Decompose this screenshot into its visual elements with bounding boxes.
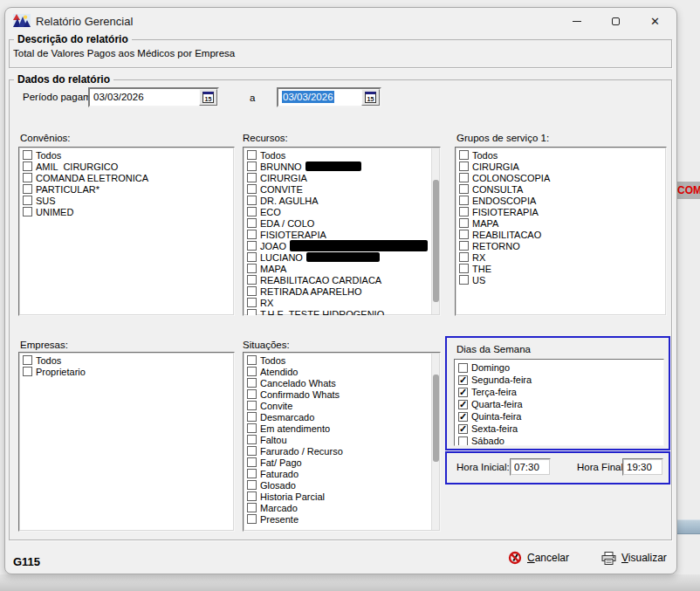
date-to-value[interactable]: 03/03/2026 (278, 89, 361, 106)
list-item[interactable]: Todos (245, 149, 429, 161)
checkbox[interactable] (247, 173, 257, 182)
checkbox[interactable] (247, 423, 257, 433)
list-item[interactable]: RETIRADA APARELHO (245, 285, 429, 297)
checkbox[interactable] (23, 161, 32, 171)
minimize-button[interactable] (557, 8, 596, 34)
checkbox[interactable] (23, 196, 32, 205)
checkbox[interactable] (247, 230, 257, 239)
checkbox[interactable] (458, 400, 468, 409)
list-item[interactable]: Todos (21, 354, 223, 366)
list-item[interactable]: REABILITACAO (457, 229, 655, 240)
checkbox[interactable] (247, 389, 257, 399)
checkbox[interactable] (247, 207, 257, 216)
list-item[interactable]: THE (457, 263, 655, 274)
list-item[interactable]: ENDOSCOPIA (457, 195, 655, 206)
checkbox[interactable] (247, 286, 257, 296)
checkbox[interactable] (247, 218, 257, 228)
checkbox[interactable] (247, 446, 257, 456)
checkbox[interactable] (458, 375, 468, 385)
list-item[interactable]: CONVITE (245, 183, 429, 195)
list-item[interactable]: EDA / COLO (245, 217, 429, 229)
checkbox[interactable] (459, 207, 469, 216)
list-item[interactable]: COMANDA ELETRONICA (21, 172, 223, 183)
list-item[interactable]: LUCIANO (245, 251, 429, 263)
list-item[interactable]: Marcado (245, 502, 429, 513)
checkbox[interactable] (247, 264, 257, 273)
date-from-field[interactable]: 03/03/2026 15 (88, 87, 219, 107)
list-item[interactable]: Todos (457, 149, 655, 161)
list-item[interactable]: RX (245, 297, 429, 308)
checkbox[interactable] (23, 367, 32, 376)
checkbox[interactable] (247, 457, 257, 467)
list-item[interactable]: MAPA (457, 217, 655, 229)
list-item[interactable]: Glosado (245, 479, 429, 491)
visualizar-button[interactable]: Visualizar (601, 549, 667, 567)
list-item[interactable]: Farurado / Recurso (245, 445, 429, 457)
list-item[interactable]: Presente (245, 513, 429, 525)
checkbox[interactable] (459, 161, 469, 171)
dias-da-semana-listbox[interactable]: Domingo Segunda-feira Terça-feira (454, 359, 664, 446)
situacoes-scrollbar[interactable] (431, 354, 439, 530)
checkbox[interactable] (23, 184, 32, 194)
list-item[interactable]: FISIOTERAPIA (245, 229, 429, 240)
checkbox[interactable] (458, 436, 468, 446)
list-item[interactable]: CIRURGIA (245, 172, 429, 183)
checkbox[interactable] (247, 491, 257, 501)
checkbox[interactable] (247, 184, 257, 194)
checkbox[interactable] (247, 435, 257, 444)
list-item[interactable]: Quinta-feira (456, 410, 662, 423)
list-item[interactable]: UNIMED (21, 206, 223, 217)
list-item[interactable]: Convite (245, 400, 429, 411)
cancel-button[interactable]: Cancelar (508, 549, 569, 567)
checkbox[interactable] (247, 355, 257, 365)
checkbox[interactable] (458, 424, 468, 434)
checkbox[interactable] (247, 275, 257, 285)
list-item[interactable]: ECO (245, 206, 429, 217)
checkbox[interactable] (23, 150, 32, 160)
checkbox[interactable] (247, 252, 257, 262)
list-item[interactable]: Faltou (245, 434, 429, 445)
list-item[interactable]: Em atendimento (245, 423, 429, 434)
grupos-servico-listbox[interactable]: Todos CIRURGIA COLONOSCOPIA CONSULTA (455, 147, 667, 316)
hora-inicial-input[interactable]: 07:30 (510, 458, 551, 476)
scrollbar-thumb[interactable] (433, 375, 439, 462)
checkbox[interactable] (247, 480, 257, 490)
titlebar[interactable]: Relatório Gerencial ✕ (5, 8, 676, 34)
list-item[interactable]: DR. AGULHA (245, 195, 429, 206)
checkbox[interactable] (247, 469, 257, 478)
checkbox[interactable] (247, 378, 257, 388)
checkbox[interactable] (459, 150, 469, 160)
date-from-calendar-button[interactable]: 15 (199, 89, 217, 106)
list-item[interactable]: RX (457, 251, 655, 263)
checkbox[interactable] (459, 252, 469, 262)
checkbox[interactable] (247, 161, 257, 171)
list-item[interactable]: CIRURGIA (457, 161, 655, 172)
checkbox[interactable] (459, 275, 469, 285)
recursos-scrollbar[interactable] (431, 148, 439, 314)
checkbox[interactable] (247, 367, 257, 376)
recursos-listbox[interactable]: Todos BRUNNO CIRURGIA CONVITE (243, 147, 441, 316)
checkbox[interactable] (459, 218, 469, 228)
list-item[interactable]: US (457, 274, 655, 285)
list-item[interactable]: SUS (21, 195, 223, 206)
checkbox[interactable] (459, 241, 469, 251)
list-item[interactable]: AMIL CIRURGICO (21, 161, 223, 172)
checkbox[interactable] (458, 363, 468, 373)
list-item[interactable]: Sábado (456, 435, 662, 446)
list-item[interactable]: BRUNNO (245, 161, 429, 172)
checkbox[interactable] (23, 173, 32, 182)
list-item[interactable]: PARTICULAR* (21, 183, 223, 195)
checkbox[interactable] (459, 264, 469, 273)
checkbox[interactable] (247, 309, 257, 316)
checkbox[interactable] (458, 412, 468, 422)
list-item[interactable]: Todos (21, 149, 223, 161)
checkbox[interactable] (247, 298, 257, 307)
checkbox[interactable] (459, 230, 469, 239)
list-item[interactable]: Segunda-feira (456, 374, 662, 386)
empresas-listbox[interactable]: Todos Proprietario (18, 352, 235, 532)
list-item[interactable]: Quarta-feira (456, 398, 662, 410)
list-item[interactable]: RETORNO (457, 240, 655, 251)
maximize-button[interactable] (596, 8, 635, 34)
date-from-value[interactable]: 03/03/2026 (90, 89, 199, 106)
checkbox[interactable] (459, 173, 469, 182)
